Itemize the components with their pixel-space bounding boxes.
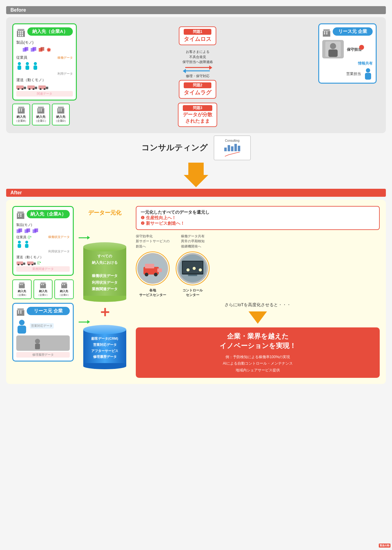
svg-rect-114 — [145, 264, 154, 268]
svg-rect-16 — [41, 47, 44, 51]
chart-bar-1 — [224, 148, 227, 151]
cyl1-body: すべての納入先における稼働状況データ利用状況データ業務関連データ — [83, 247, 126, 296]
consulting-section: コンサルティング Consulting — [6, 136, 386, 160]
svg-rect-20 — [25, 65, 29, 70]
after-product-label: 製品(モノ) — [16, 223, 70, 227]
svg-point-77 — [18, 240, 21, 243]
svg-rect-72 — [18, 228, 22, 232]
after-middle-column: データー元化 すべての納入先における稼働状況データ利用状況データ業務関連データ — [79, 206, 131, 378]
svg-point-19 — [26, 62, 29, 65]
sub-company-c: 納入先 （企業C） — [32, 104, 50, 125]
svg-rect-6 — [20, 33, 21, 34]
service2-container: 稼働データ共有異常の早期検知後継機開発へ — [176, 234, 210, 298]
svg-rect-69 — [18, 216, 19, 217]
wifi-signal-2: ((• — [37, 260, 41, 265]
after-left-column: 納入先（企業A） 製品(モノ) 従業員 ((• 稼働状況データ — [12, 206, 74, 378]
starburst-icon — [359, 45, 364, 49]
problem2-num: 問題2 — [184, 82, 211, 88]
service2-image — [179, 255, 206, 282]
cyl1-top — [83, 242, 126, 251]
after-sub-b: 納入先 （企業B） — [12, 279, 32, 299]
after-sub-d: 納入先 （企業D） — [54, 279, 74, 299]
svg-rect-7 — [22, 33, 23, 34]
person-icon-3 — [32, 62, 38, 70]
after-sub-b-sub: （企業B） — [15, 293, 29, 297]
after-sub-b-name: 納入先 — [15, 289, 29, 293]
svg-point-79 — [25, 240, 28, 243]
after-related-data: 業務関連データ — [16, 266, 70, 272]
svg-rect-111 — [35, 344, 40, 349]
svg-rect-56 — [326, 31, 327, 33]
svg-rect-48 — [58, 107, 64, 109]
lease-title: リース元 企業 — [333, 27, 373, 36]
info-item-2: ❷ 新サービス創造へ！ — [141, 221, 375, 226]
svg-rect-24 — [24, 87, 26, 89]
svg-rect-43 — [38, 109, 39, 110]
svg-rect-95 — [41, 284, 42, 285]
innovation-title: 企業・業界を越えたイノベーションを実現！ — [141, 332, 374, 351]
svg-rect-36 — [18, 107, 24, 109]
svg-rect-96 — [43, 284, 44, 285]
cyl1-bottom — [83, 296, 126, 302]
svg-rect-52 — [61, 110, 61, 111]
after-person-2 — [24, 240, 30, 248]
transport-label: 運送（動くモノ） — [16, 77, 46, 83]
after-company-a: 納入先（企業A） 製品(モノ) 従業員 ((• 稼働状況データ — [12, 206, 74, 276]
svg-rect-91 — [20, 284, 21, 285]
innovation-sub2: AIによる自動コントロール・メンテナンス — [141, 360, 374, 367]
info-share-label: 情報共有 — [322, 61, 373, 66]
svg-rect-10 — [22, 35, 23, 36]
service1-label: 各地サービスセンター — [139, 288, 166, 297]
svg-rect-3 — [20, 31, 21, 33]
technician-photo — [322, 40, 344, 58]
after-building-a — [16, 211, 25, 220]
cyl2-label: 顧客データ(CRM)営業対応データアフターサービス修理履歴データ — [91, 336, 118, 360]
after-repair-data: 修理履歴データ — [16, 352, 70, 358]
svg-rect-90 — [19, 282, 24, 284]
after-person-1 — [16, 240, 22, 248]
service2-text: 稼働データ共有異常の早期検知後継機開発へ — [181, 234, 205, 249]
svg-rect-120 — [183, 262, 202, 273]
info-box-red: 一元化したすべてのデータを還元し ❶ 生産性向上へ！ ❷ 新サービス創造へ！ — [136, 206, 380, 230]
truck-icon-1 — [16, 84, 26, 90]
after-sub-d-name: 納入先 — [57, 289, 71, 293]
technician-figure — [325, 42, 341, 57]
db2-wrapper: 顧客データ(CRM)営業対応データアフターサービス修理履歴データ — [83, 325, 126, 369]
info-item-1: ❶ 生産性向上へ！ — [141, 215, 375, 221]
after-box-2 — [24, 228, 31, 234]
after-usage-data: 利用状況データ — [16, 249, 70, 254]
after-sub-bld-c — [40, 282, 46, 289]
svg-rect-5 — [18, 33, 19, 34]
svg-rect-103 — [18, 311, 19, 312]
data-unification-label: データー元化 — [88, 209, 121, 216]
after-sub-c-sub: （企業C） — [36, 293, 50, 297]
arrow-left-text: 修理・保守対応 — [186, 74, 210, 78]
after-sub-c-name: 納入先 — [36, 289, 50, 293]
after-lease-bld — [16, 308, 25, 316]
operation-data-label: 稼働データ — [57, 56, 73, 60]
innovation-box: 企業・業界を越えたイノベーションを実現！ 例：予防検知による稼働率100%の実現… — [136, 327, 380, 378]
svg-rect-12 — [25, 47, 28, 51]
service1-image — [139, 255, 167, 282]
truck-icon-3 — [38, 84, 48, 90]
after-technician-photo — [16, 335, 70, 351]
svg-rect-121 — [188, 275, 197, 276]
svg-point-123 — [193, 267, 196, 270]
db1-wrapper: すべての納入先における稼働状況データ利用状況データ業務関連データ — [83, 242, 126, 302]
service1-photo: 緊急出動 — [137, 253, 168, 284]
sales-label: 営業担当 — [346, 71, 361, 77]
info-box-title: 一元化したすべてのデータを還元し — [141, 210, 375, 215]
arrow-to-db2 — [79, 322, 88, 322]
svg-rect-102 — [18, 308, 24, 311]
svg-rect-42 — [38, 107, 44, 109]
problem1-num: 問題1 — [184, 29, 211, 35]
after-truck-1 — [16, 260, 25, 265]
cyl2-top — [83, 325, 126, 334]
svg-point-122 — [186, 268, 190, 271]
svg-rect-106 — [20, 312, 22, 314]
before-box: 納入先（企業A） 製品(モノ) ✸ — [6, 17, 386, 133]
svg-point-60 — [330, 43, 336, 49]
svg-rect-9 — [20, 35, 21, 36]
svg-rect-45 — [38, 110, 39, 111]
chart-bar-5 — [238, 146, 240, 151]
